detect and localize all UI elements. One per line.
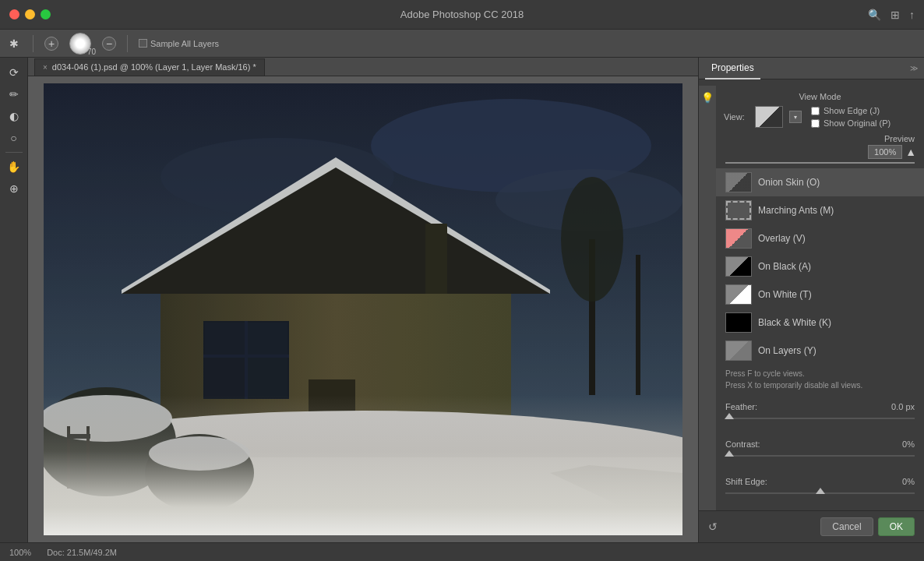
zoom-tool[interactable]: ⊕ (4, 178, 24, 199)
section-title-view-mode: View Mode (716, 89, 924, 106)
lasso-tool[interactable]: ⟳ (4, 62, 24, 83)
maximize-button[interactable] (41, 9, 51, 19)
show-edge-checkbox-row[interactable]: Show Edge (J) (811, 106, 890, 115)
view-checkboxes: Show Edge (J) Show Original (P) (811, 106, 890, 128)
onion-skin-label: Onion Skin (O) (758, 177, 820, 188)
reset-button[interactable]: ↺ (708, 520, 718, 533)
feather-label-row: Feather: 0.0 px (725, 402, 915, 411)
canvas-container[interactable] (28, 76, 698, 542)
cancel-button[interactable]: Cancel (820, 517, 873, 536)
overlay-thumb (725, 228, 752, 249)
svg-marker-28 (550, 465, 682, 535)
contrast-section: Contrast: 0% (716, 435, 924, 472)
show-original-checkbox[interactable] (811, 119, 820, 128)
arrange-windows-icon[interactable]: ⊞ (890, 9, 900, 21)
lightbulb-icon[interactable]: 💡 (701, 92, 714, 104)
toolbar-separator-2 (127, 35, 128, 52)
on-white-thumb-img (726, 285, 751, 304)
doc-info: Doc: 21.5M/49.2M (47, 548, 117, 557)
svg-rect-27 (67, 434, 90, 439)
svg-rect-29 (44, 83, 682, 535)
panel-side-icons: 💡 (699, 86, 716, 510)
canvas-image[interactable] (44, 83, 682, 535)
sample-all-layers-checkbox[interactable] (139, 39, 147, 48)
view-mode-overlay[interactable]: Overlay (V) (716, 224, 924, 252)
sample-all-layers-label[interactable]: Sample All Layers (139, 39, 219, 48)
contrast-slider[interactable] (725, 450, 915, 461)
hint-text-1: Press F to cycle views. (725, 368, 915, 379)
shift-edge-section: Shift Edge: 0% (716, 472, 924, 510)
left-toolbar-separator (5, 152, 23, 153)
panel-bottom-bar: ↺ Cancel OK (699, 510, 924, 542)
on-layers-thumb (725, 340, 752, 361)
feather-value[interactable]: 0.0 px (891, 402, 915, 411)
contrast-value[interactable]: 0% (902, 439, 915, 449)
svg-point-16 (44, 411, 682, 535)
marching-ants-thumb-img (726, 201, 751, 220)
svg-point-18 (44, 387, 176, 496)
view-mode-on-white[interactable]: On White (T) (716, 280, 924, 309)
app-title: Adobe Photoshop CC 2018 (400, 9, 524, 20)
ok-button[interactable]: OK (878, 517, 915, 536)
view-mode-row: View: ▾ Show Edge (J) Show Origina (716, 106, 924, 132)
feather-slider-thumb (725, 413, 734, 419)
document-tab[interactable]: × d034-046 (1).psd @ 100% (Layer 1, Laye… (34, 58, 265, 76)
document-tab-bar: × d034-046 (1).psd @ 100% (Layer 1, Laye… (28, 58, 698, 76)
close-button[interactable] (9, 9, 19, 19)
sub-brush-button[interactable]: − (102, 37, 116, 51)
view-mode-on-layers[interactable]: On Layers (Y) (716, 337, 924, 365)
shift-edge-label-row: Shift Edge: 0% (725, 477, 915, 486)
view-thumbnail[interactable] (755, 106, 783, 128)
shift-edge-slider[interactable] (725, 488, 915, 499)
properties-content: 💡 View Mode View: ▾ (699, 79, 924, 510)
preview-slider-fill (725, 162, 915, 164)
panel-body: 💡 View Mode View: ▾ (699, 86, 924, 510)
shift-edge-label: Shift Edge: (725, 477, 767, 486)
svg-point-19 (44, 395, 172, 442)
shift-edge-value[interactable]: 0% (902, 477, 915, 486)
feather-slider[interactable] (725, 413, 915, 424)
dodge-tool[interactable]: ○ (4, 128, 24, 148)
preview-value[interactable]: 100% (868, 145, 902, 159)
view-mode-marching-ants[interactable]: Marching Ants (M) (716, 196, 924, 224)
svg-rect-17 (44, 457, 682, 535)
show-edge-checkbox[interactable] (811, 107, 820, 115)
svg-point-21 (149, 436, 250, 471)
view-mode-onion-skin[interactable]: Onion Skin (O) (716, 168, 924, 196)
smudge-tool[interactable]: ◐ (4, 106, 24, 126)
add-brush-button[interactable]: + (44, 37, 58, 51)
zoom-level: 100% (9, 548, 31, 557)
overlay-label: Overlay (V) (758, 233, 806, 244)
share-icon[interactable]: ↑ (909, 9, 915, 21)
search-icon[interactable]: 🔍 (868, 9, 881, 21)
preview-slider-track[interactable] (725, 162, 915, 164)
minimize-button[interactable] (25, 9, 35, 19)
black-white-thumb (725, 312, 752, 333)
preview-arrow-up[interactable]: ▲ (905, 146, 916, 158)
show-original-checkbox-row[interactable]: Show Original (P) (811, 118, 890, 128)
panel-expand-icon[interactable]: ≫ (910, 64, 918, 72)
hand-tool[interactable]: ✋ (4, 157, 24, 177)
svg-rect-26 (86, 426, 90, 489)
brush-tool[interactable]: ✏ (4, 84, 24, 104)
panel-tab-bar: Properties ≫ (699, 58, 924, 79)
view-mode-black-white[interactable]: Black & White (K) (716, 309, 924, 337)
overlay-thumb-img (726, 229, 751, 248)
view-label: View: (724, 112, 749, 122)
on-layers-thumb-img (726, 341, 751, 360)
properties-tab[interactable]: Properties (705, 58, 760, 79)
view-mode-on-black[interactable]: On Black (A) (716, 252, 924, 280)
show-edge-label: Show Edge (J) (823, 106, 880, 115)
preview-slider[interactable] (716, 162, 924, 168)
view-dropdown[interactable]: ▾ (789, 111, 802, 123)
brush-size-label: 70 (87, 48, 96, 56)
bottom-status-bar: 100% Doc: 21.5M/49.2M (0, 542, 924, 561)
preview-value-row: 100% ▲ (716, 145, 924, 162)
on-black-thumb-img (726, 257, 751, 276)
left-toolbar: ⟳ ✏ ◐ ○ ✋ ⊕ (0, 58, 28, 542)
canvas-svg (44, 83, 682, 535)
black-white-label: Black & White (K) (758, 317, 831, 328)
tab-close-icon[interactable]: × (43, 63, 48, 72)
hint-text-area: Press F to cycle views. Press X to tempo… (716, 365, 924, 397)
toolbar-separator-1 (33, 35, 34, 52)
